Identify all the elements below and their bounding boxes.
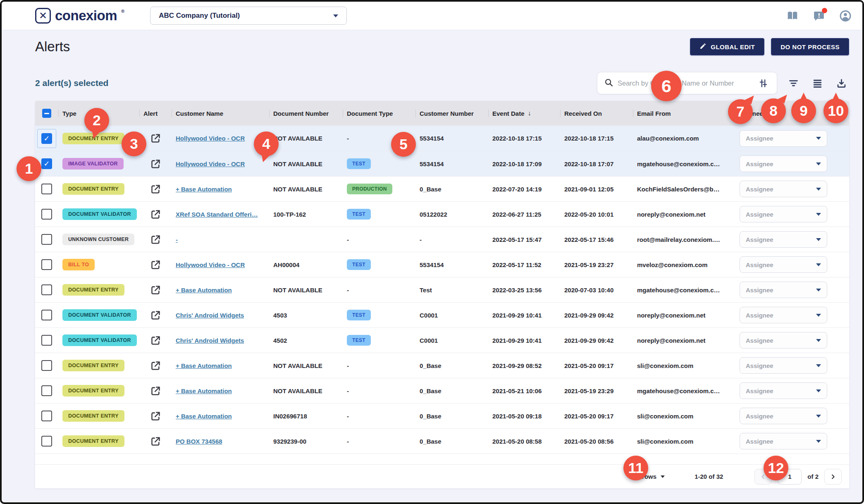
assignee-placeholder: Assignee (746, 236, 773, 243)
customer-link[interactable]: Chris' Android Widgets (176, 312, 244, 319)
assignee-select[interactable]: Assignee (740, 155, 827, 172)
documentation-book-icon[interactable] (786, 10, 799, 22)
download-icon[interactable] (833, 75, 849, 91)
row-checkbox[interactable] (41, 411, 52, 421)
customer-link[interactable]: Hollywood Video - OCR (176, 261, 245, 268)
open-alert-icon[interactable] (149, 334, 162, 346)
assignee-select[interactable]: Assignee (740, 231, 827, 248)
page-title: Alerts (35, 39, 70, 55)
customer-link[interactable]: Hollywood Video - OCR (176, 135, 245, 142)
row-checkbox[interactable] (41, 385, 52, 396)
document-number-cell: NOT AVAILABLE (269, 186, 343, 193)
column-header-received-on[interactable]: Received On (560, 110, 633, 117)
row-checkbox[interactable] (41, 310, 52, 320)
chevron-down-icon (816, 389, 821, 392)
open-alert-icon[interactable] (149, 410, 162, 422)
sort-descending-icon[interactable]: ↓ (528, 110, 531, 117)
assignee-select[interactable]: Assignee (740, 307, 827, 323)
open-alert-icon[interactable] (149, 258, 162, 271)
chevron-down-icon (661, 475, 665, 478)
assignee-select[interactable]: Assignee (740, 433, 827, 449)
column-header-customer-number[interactable]: Customer Number (415, 110, 488, 117)
row-checkbox[interactable] (41, 360, 52, 371)
open-alert-icon[interactable] (149, 359, 162, 372)
received-on-cell: 2022-10-18 17:15 (560, 135, 633, 142)
company-selector[interactable]: ABC Company (Tutorial) (150, 7, 347, 25)
assignee-select[interactable]: Assignee (740, 130, 827, 147)
advanced-search-sliders-icon[interactable] (755, 75, 771, 91)
checkbox-cell (35, 385, 58, 396)
table-row: DOCUMENT ENTRY+ Base AutomationNOT AVAIL… (35, 277, 849, 302)
customer-link[interactable]: + Base Automation (176, 387, 232, 394)
customer-number-cell: 5534154 (415, 160, 488, 167)
assignee-cell: Assignee (731, 130, 849, 147)
global-edit-button[interactable]: GLOBAL EDIT (690, 38, 764, 55)
row-density-icon[interactable] (809, 75, 825, 91)
row-checkbox[interactable]: ✓ (41, 158, 52, 169)
customer-link[interactable]: + Base Automation (176, 287, 232, 294)
email-from-cell: sli@conexiom.com (633, 438, 731, 445)
do-not-process-button[interactable]: DO NOT PROCESS (771, 38, 849, 55)
assignee-select[interactable]: Assignee (740, 282, 827, 298)
assignee-select[interactable]: Assignee (740, 332, 827, 349)
document-type-cell: - (343, 287, 415, 294)
open-alert-icon[interactable] (149, 233, 162, 246)
column-header-document-type[interactable]: Document Type (343, 110, 415, 117)
row-checkbox[interactable] (41, 234, 52, 245)
row-checkbox[interactable] (41, 284, 52, 295)
next-page-button[interactable] (824, 469, 842, 485)
customer-number-cell: 0_Base (415, 362, 488, 369)
alert-cell (139, 284, 172, 296)
customer-link[interactable]: PO BOX 734568 (176, 438, 222, 445)
assignee-select[interactable]: Assignee (740, 206, 827, 222)
assignee-select[interactable]: Assignee (740, 382, 827, 399)
open-alert-icon[interactable] (149, 208, 162, 220)
open-alert-icon[interactable] (149, 284, 162, 296)
event-date-cell: 2021-05-21 10:06 (488, 387, 560, 394)
received-on-cell: 2021-09-01 12:05 (560, 186, 633, 193)
column-header-alert[interactable]: Alert (139, 110, 172, 117)
row-checkbox[interactable] (41, 335, 52, 346)
column-header-event-date[interactable]: Event Date↓ (488, 110, 560, 117)
alert-cell (139, 385, 172, 397)
row-checkbox[interactable]: ✓ (41, 133, 52, 144)
assignee-select[interactable]: Assignee (740, 408, 827, 424)
type-cell: DOCUMENT ENTRY (58, 360, 139, 371)
open-alert-icon[interactable] (149, 158, 162, 170)
row-checkbox[interactable] (41, 259, 52, 270)
assignee-select[interactable]: Assignee (740, 256, 827, 273)
assignee-select[interactable]: Assignee (740, 181, 827, 197)
customer-link[interactable]: Chris' Android Widgets (176, 337, 244, 344)
filter-icon[interactable] (785, 75, 801, 91)
row-checkbox[interactable] (41, 436, 52, 447)
received-on-cell: 2022-10-18 17:07 (560, 160, 633, 167)
search-input[interactable] (618, 79, 751, 87)
open-alert-icon[interactable] (149, 309, 162, 321)
open-alert-icon[interactable] (149, 385, 162, 397)
document-number-cell: 9329239-00 (269, 438, 343, 445)
document-type-badge: TEST (347, 310, 371, 320)
feedback-notification-icon[interactable] (813, 10, 825, 22)
assignee-select[interactable]: Assignee (740, 357, 827, 374)
row-checkbox[interactable] (41, 184, 52, 194)
open-alert-icon[interactable] (149, 132, 162, 145)
customer-link[interactable]: XRef SOA Standard Offeri… (176, 211, 258, 218)
customer-link[interactable]: + Base Automation (176, 186, 232, 193)
checkbox-cell (35, 259, 58, 270)
assignee-placeholder: Assignee (746, 211, 773, 218)
customer-link[interactable]: + Base Automation (176, 413, 232, 420)
customer-link[interactable]: + Base Automation (176, 362, 232, 369)
customer-link[interactable]: - (176, 236, 178, 243)
column-header-customer-name[interactable]: Customer Name (172, 110, 269, 117)
row-checkbox[interactable] (41, 209, 52, 220)
pagination-range-label: 1-20 of 32 (695, 473, 723, 480)
open-alert-icon[interactable] (149, 183, 162, 195)
table-row: DOCUMENT ENTRY+ Base AutomationNOT AVAIL… (35, 176, 849, 201)
customer-link[interactable]: Hollywood Video - OCR (176, 160, 245, 167)
assignee-placeholder: Assignee (746, 362, 773, 369)
open-alert-icon[interactable] (149, 435, 162, 447)
select-all-checkbox[interactable] (42, 109, 51, 118)
column-header-document-number[interactable]: Document Number (269, 110, 343, 117)
column-header-email-from[interactable]: Email From (633, 110, 731, 117)
account-icon[interactable] (839, 10, 852, 22)
